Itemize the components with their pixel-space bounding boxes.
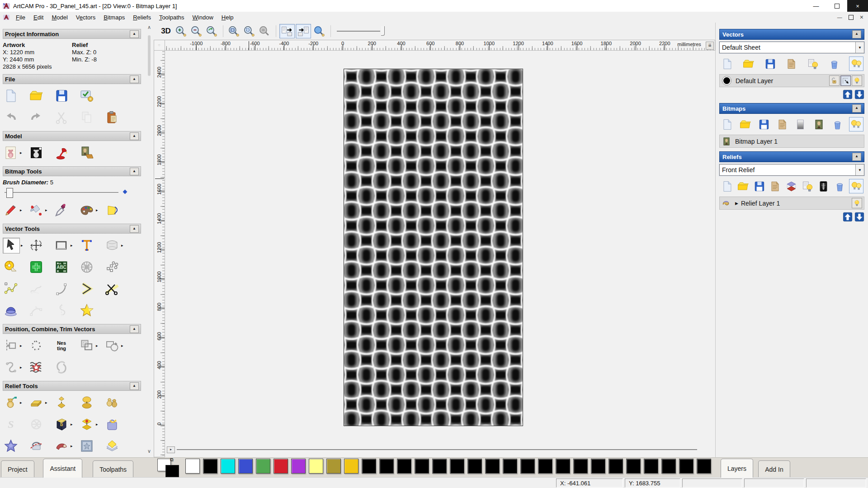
new-bitmap-layer-button[interactable]	[720, 117, 734, 131]
lighting-and-material[interactable]	[53, 145, 79, 160]
lock-layer-button[interactable]	[829, 75, 840, 86]
greyscale-from-model-icon[interactable]	[28, 145, 44, 160]
palette-swatch-12[interactable]	[397, 459, 411, 474]
texture-relief-icon[interactable]	[79, 439, 95, 454]
toggle-vector-view-button[interactable]	[296, 24, 311, 38]
new-model-icon[interactable]	[3, 89, 19, 103]
node-editing[interactable]	[28, 260, 53, 275]
envelope-distortion-icon[interactable]	[104, 238, 120, 253]
collapse-icon[interactable]: ▲	[130, 75, 139, 83]
measure-tool-icon[interactable]	[3, 260, 19, 275]
flyout-arrow-icon[interactable]: ▸	[20, 150, 22, 155]
greyscale-from-model[interactable]	[28, 145, 53, 160]
cut[interactable]	[53, 110, 79, 125]
text-on-curve-icon[interactable]	[28, 338, 44, 353]
toggle-layer-visibility-button[interactable]	[806, 57, 820, 70]
switch-3d-view-button[interactable]: 3D	[159, 24, 173, 38]
palette-swatch-3[interactable]	[238, 459, 253, 474]
create-arc-icon[interactable]	[53, 282, 70, 296]
undo-icon[interactable]	[3, 110, 19, 125]
palette-swatch-11[interactable]	[379, 459, 394, 474]
palette-swatch-20[interactable]	[538, 459, 552, 474]
calculate-relief[interactable]: ▸	[3, 395, 28, 410]
envelope-distortion[interactable]: ▸	[104, 238, 129, 253]
create-text-block[interactable]: ABC	[53, 260, 79, 275]
collapse-icon[interactable]: ▲	[130, 168, 139, 175]
two-rail-sweep[interactable]: ▸	[53, 439, 79, 454]
scrollbar-thumb[interactable]	[148, 35, 151, 76]
palette-swatch-29[interactable]	[697, 459, 711, 474]
constant-height-relief-icon[interactable]	[28, 439, 44, 454]
delete-bitmap-layer-button[interactable]	[830, 117, 844, 131]
flyout-arrow-icon[interactable]: ▸	[71, 243, 73, 248]
fit-arcs-icon[interactable]	[79, 282, 95, 296]
free-sketch-icon[interactable]	[28, 282, 44, 296]
flyout-arrow-icon[interactable]: ▸	[96, 208, 98, 212]
palette-swatch-4[interactable]	[256, 459, 270, 474]
section-header-vector_tools[interactable]: Vector Tools▲	[3, 224, 141, 234]
palette-swatch-17[interactable]	[485, 459, 500, 474]
save-model-icon[interactable]	[53, 89, 70, 103]
options-icon[interactable]	[79, 89, 95, 103]
collapse-icon[interactable]: ▲	[852, 153, 861, 161]
paste-icon[interactable]	[104, 110, 120, 125]
copy[interactable]	[79, 110, 104, 125]
palette-swatch-14[interactable]	[432, 459, 447, 474]
ruler-options-button[interactable]: ⇊	[706, 42, 714, 50]
load-bitmap[interactable]	[79, 145, 104, 160]
load-replace-relief[interactable]	[104, 417, 129, 432]
redo-icon[interactable]	[28, 110, 44, 125]
interlock-vectors[interactable]	[53, 360, 79, 375]
palette-swatch-22[interactable]	[573, 459, 588, 474]
child-restore-button[interactable]	[849, 15, 854, 20]
palette-swatch-18[interactable]	[503, 459, 517, 474]
link-colours-icon[interactable]: ⧉	[170, 457, 174, 463]
slider-handle[interactable]	[381, 26, 385, 36]
flyout-arrow-icon[interactable]: ▸	[121, 243, 123, 248]
chevron-down-icon[interactable]: ▼	[855, 42, 864, 53]
save-relief-layer-button[interactable]	[752, 179, 766, 193]
vector-texture[interactable]	[28, 360, 53, 375]
flyout-arrow-icon[interactable]: ▸	[121, 343, 123, 348]
create-text-block-icon[interactable]: ABC	[53, 260, 70, 275]
flyout-arrow-icon[interactable]: ▸	[20, 343, 22, 348]
vector-sheet-select[interactable]: Default Sheet▼	[719, 42, 864, 53]
greyscale-contrast-slider[interactable]	[337, 25, 387, 37]
close-button[interactable]: ×	[847, 0, 868, 12]
child-minimize-button[interactable]: —	[837, 14, 842, 20]
layer-visibility-button[interactable]	[852, 198, 862, 208]
fit-curve[interactable]	[28, 303, 53, 318]
scroll-up-icon[interactable]: ∧	[146, 24, 153, 32]
all-layers-visible-button[interactable]	[849, 56, 863, 71]
offset-relief-icon[interactable]	[79, 417, 95, 432]
relief-layers-icon[interactable]	[104, 439, 120, 454]
scroll-down-icon[interactable]: ∨	[146, 448, 153, 455]
section-header-project_information[interactable]: Project Information▲	[3, 29, 141, 39]
nesting-icon[interactable]: Nes ting	[53, 338, 70, 353]
palette-swatch-1[interactable]	[203, 459, 217, 474]
menu-help[interactable]: Help	[217, 13, 238, 22]
nesting[interactable]: Nes ting	[53, 338, 79, 353]
select-vectors[interactable]: ▸	[3, 238, 28, 253]
create-rectangle-icon[interactable]	[53, 238, 70, 253]
brush-diameter-slider[interactable]	[3, 187, 141, 198]
palette-swatch-0[interactable]	[185, 459, 200, 474]
open-vector-layer-button[interactable]	[742, 57, 755, 70]
palette-swatch-27[interactable]	[661, 459, 676, 474]
flyout-arrow-icon[interactable]: ▸	[20, 365, 22, 370]
create-star[interactable]	[79, 303, 104, 318]
extrude-vector[interactable]	[3, 303, 28, 318]
section-header-model[interactable]: Model▲	[3, 131, 141, 141]
pick-colour[interactable]	[53, 203, 79, 218]
zoom-in-button[interactable]	[174, 24, 188, 38]
merge-vector-layers-button[interactable]	[785, 57, 798, 70]
palette-swatch-23[interactable]	[591, 459, 605, 474]
menu-bitmaps[interactable]: Bitmaps	[99, 13, 129, 22]
create-shape[interactable]	[3, 439, 28, 454]
tab-project[interactable]: Project	[1, 460, 34, 478]
snap-layer-button[interactable]	[840, 75, 851, 86]
combine-relief-button[interactable]	[785, 179, 798, 193]
offset-relief[interactable]: ▸	[79, 417, 104, 432]
wrap-mesh[interactable]	[79, 260, 104, 275]
relief-from-image-icon[interactable]: b	[53, 417, 70, 432]
